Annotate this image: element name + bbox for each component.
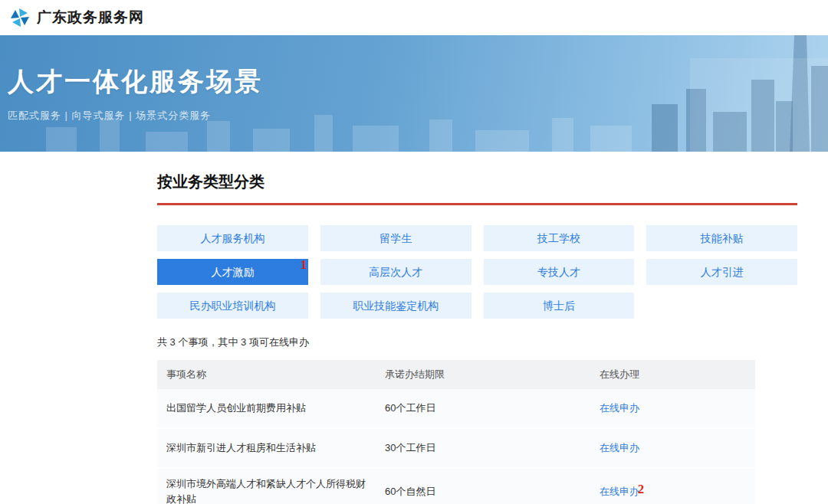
category-btn-talent-incentive-active[interactable]: 人才激励	[157, 259, 308, 285]
category-btn-high-level-talent[interactable]: 高层次人才	[320, 259, 472, 285]
online-apply-link[interactable]: 在线申办	[600, 486, 639, 497]
category-btn-talent-introduction[interactable]: 人才引进	[646, 259, 797, 285]
table-row: 深圳市境外高端人才和紧缺人才个人所得税财政补贴 60个自然日 在线申办	[157, 469, 755, 504]
site-logo[interactable]: 广东政务服务网	[9, 7, 144, 28]
summary-text: 共 3 个事项，其中 3 项可在线申办	[157, 335, 797, 349]
table-row: 深圳市新引进人才租房和生活补贴 30个工作日 在线申办	[157, 429, 755, 469]
item-period: 30个工作日	[385, 440, 600, 456]
col-header-item-name: 事项名称	[166, 368, 385, 381]
annotation-marker-2: 2	[638, 483, 644, 496]
item-period: 60个工作日	[385, 401, 600, 416]
main-content: 按业务类型分类 人才服务机构 留学生 技工学校 技能补贴 人才激励 高层次人才 …	[157, 172, 797, 504]
site-name: 广东政务服务网	[37, 8, 144, 28]
col-header-period: 承诺办结期限	[385, 368, 600, 381]
top-header: 广东政务服务网	[0, 0, 828, 35]
category-btn-talent-service-org[interactable]: 人才服务机构	[157, 225, 308, 251]
online-apply-link[interactable]: 在线申办	[600, 402, 639, 414]
item-name: 深圳市境外高端人才和紧缺人才个人所得税财政补贴	[166, 476, 385, 504]
table-row: 出国留学人员创业前期费用补贴 60个工作日 在线申办	[157, 389, 755, 429]
category-btn-skill-subsidy[interactable]: 技能补贴	[646, 225, 797, 251]
online-apply-link[interactable]: 在线申办	[600, 442, 639, 453]
item-period: 60个自然日	[385, 484, 600, 499]
banner-subtitle: 匹配式服务 | 向导式服务 | 场景式分类服务	[8, 109, 828, 123]
section-divider	[157, 203, 797, 205]
category-btn-skill-appraisal-org[interactable]: 职业技能鉴定机构	[320, 293, 472, 319]
section-title: 按业务类型分类	[157, 172, 797, 192]
annotation-marker-1: 1	[301, 258, 307, 272]
item-name: 深圳市新引进人才租房和生活补贴	[166, 440, 385, 456]
category-btn-overseas-students[interactable]: 留学生	[320, 225, 472, 251]
hero-banner: 人才一体化服务场景 匹配式服务 | 向导式服务 | 场景式分类服务	[0, 35, 828, 152]
category-btn-private-training-org[interactable]: 民办职业培训机构	[157, 293, 308, 319]
item-name: 出国留学人员创业前期费用补贴	[166, 401, 385, 416]
category-btn-postdoctoral[interactable]: 博士后	[484, 293, 635, 319]
items-table: 事项名称 承诺办结期限 在线办理 出国留学人员创业前期费用补贴 60个工作日 在…	[157, 360, 755, 504]
pinwheel-logo-icon	[9, 7, 31, 28]
col-header-online: 在线办理	[600, 368, 746, 381]
banner-title: 人才一体化服务场景	[8, 64, 828, 100]
category-btn-technical-school[interactable]: 技工学校	[484, 225, 635, 251]
category-btn-professional-talent[interactable]: 专技人才	[484, 259, 635, 285]
table-header-row: 事项名称 承诺办结期限 在线办理	[157, 360, 755, 389]
category-grid: 人才服务机构 留学生 技工学校 技能补贴 人才激励 高层次人才 专技人才 人才引…	[157, 225, 797, 319]
